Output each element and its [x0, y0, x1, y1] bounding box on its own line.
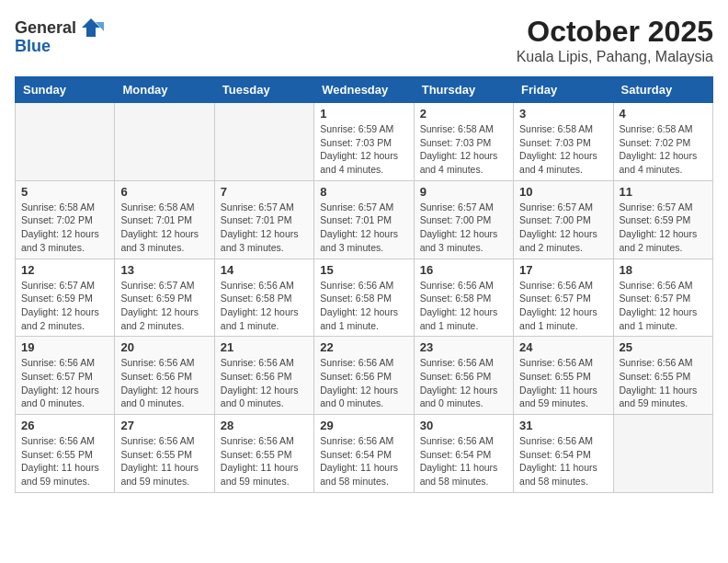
calendar-cell: 13Sunrise: 6:57 AMSunset: 6:59 PMDayligh…	[115, 259, 214, 337]
day-info: Sunrise: 6:56 AMSunset: 6:55 PMDaylight:…	[21, 434, 108, 488]
day-number: 20	[120, 340, 208, 354]
calendar-cell: 17Sunrise: 6:56 AMSunset: 6:57 PMDayligh…	[514, 259, 613, 337]
logo-general-text: General	[15, 18, 76, 38]
day-number: 29	[320, 419, 407, 432]
day-number: 26	[21, 419, 108, 432]
calendar-cell: 30Sunrise: 6:56 AMSunset: 6:54 PMDayligh…	[414, 415, 513, 493]
calendar-cell: 4Sunrise: 6:58 AMSunset: 7:02 PMDaylight…	[613, 103, 712, 181]
page-header: General Blue October 2025 Kuala Lipis, P…	[15, 15, 713, 65]
logo: General Blue	[15, 15, 104, 56]
day-info: Sunrise: 6:56 AMSunset: 6:56 PMDaylight:…	[120, 356, 208, 410]
day-info: Sunrise: 6:57 AMSunset: 6:59 PMDaylight:…	[21, 279, 108, 333]
calendar-cell: 18Sunrise: 6:56 AMSunset: 6:57 PMDayligh…	[613, 259, 712, 337]
calendar-week-row: 26Sunrise: 6:56 AMSunset: 6:55 PMDayligh…	[16, 415, 713, 493]
day-info: Sunrise: 6:58 AMSunset: 7:02 PMDaylight:…	[620, 122, 707, 177]
calendar-week-row: 5Sunrise: 6:58 AMSunset: 7:02 PMDaylight…	[16, 180, 713, 259]
day-number: 5	[21, 185, 108, 199]
day-info: Sunrise: 6:56 AMSunset: 6:55 PMDaylight:…	[519, 356, 607, 410]
day-number: 19	[21, 340, 108, 354]
calendar-cell: 29Sunrise: 6:56 AMSunset: 6:54 PMDayligh…	[314, 415, 414, 493]
calendar-cell: 21Sunrise: 6:56 AMSunset: 6:56 PMDayligh…	[214, 337, 313, 415]
weekday-header-tuesday: Tuesday	[214, 77, 313, 103]
calendar-cell: 12Sunrise: 6:57 AMSunset: 6:59 PMDayligh…	[16, 259, 115, 337]
svg-marker-0	[82, 18, 100, 37]
day-number: 2	[420, 107, 507, 121]
day-number: 28	[221, 419, 308, 432]
logo-blue-text: Blue	[15, 37, 51, 56]
weekday-header-saturday: Saturday	[613, 77, 712, 103]
calendar-cell: 9Sunrise: 6:57 AMSunset: 7:00 PMDaylight…	[414, 180, 513, 259]
day-info: Sunrise: 6:56 AMSunset: 6:58 PMDaylight:…	[221, 279, 308, 333]
day-number: 30	[420, 419, 507, 432]
day-number: 10	[519, 185, 607, 199]
page-subtitle: Kuala Lipis, Pahang, Malaysia	[517, 49, 713, 65]
day-info: Sunrise: 6:57 AMSunset: 6:59 PMDaylight:…	[120, 279, 208, 333]
calendar-cell: 20Sunrise: 6:56 AMSunset: 6:56 PMDayligh…	[115, 337, 214, 415]
title-block: October 2025 Kuala Lipis, Pahang, Malays…	[517, 15, 713, 65]
day-info: Sunrise: 6:56 AMSunset: 6:56 PMDaylight:…	[221, 356, 308, 410]
weekday-header-monday: Monday	[115, 77, 214, 103]
day-info: Sunrise: 6:56 AMSunset: 6:55 PMDaylight:…	[120, 434, 208, 488]
calendar-week-row: 19Sunrise: 6:56 AMSunset: 6:57 PMDayligh…	[16, 337, 713, 415]
day-info: Sunrise: 6:57 AMSunset: 7:01 PMDaylight:…	[320, 201, 407, 255]
day-info: Sunrise: 6:56 AMSunset: 6:58 PMDaylight:…	[420, 279, 507, 333]
day-number: 25	[620, 340, 707, 354]
calendar-cell: 1Sunrise: 6:59 AMSunset: 7:03 PMDaylight…	[314, 103, 414, 181]
day-number: 31	[519, 419, 607, 432]
day-number: 18	[620, 263, 707, 277]
day-info: Sunrise: 6:58 AMSunset: 7:01 PMDaylight:…	[120, 201, 208, 255]
calendar-cell: 19Sunrise: 6:56 AMSunset: 6:57 PMDayligh…	[16, 337, 115, 415]
day-info: Sunrise: 6:56 AMSunset: 6:58 PMDaylight:…	[320, 279, 407, 333]
calendar-cell: 23Sunrise: 6:56 AMSunset: 6:56 PMDayligh…	[414, 337, 513, 415]
day-info: Sunrise: 6:56 AMSunset: 6:57 PMDaylight:…	[620, 279, 707, 333]
day-number: 9	[420, 185, 507, 199]
day-info: Sunrise: 6:57 AMSunset: 6:59 PMDaylight:…	[620, 201, 707, 255]
calendar-cell: 22Sunrise: 6:56 AMSunset: 6:56 PMDayligh…	[314, 337, 414, 415]
day-info: Sunrise: 6:56 AMSunset: 6:55 PMDaylight:…	[221, 434, 308, 488]
calendar-cell: 25Sunrise: 6:56 AMSunset: 6:55 PMDayligh…	[613, 337, 712, 415]
day-number: 4	[620, 107, 707, 121]
day-info: Sunrise: 6:56 AMSunset: 6:57 PMDaylight:…	[519, 279, 607, 333]
day-number: 15	[320, 263, 407, 277]
day-number: 17	[519, 263, 607, 277]
day-number: 14	[221, 263, 308, 277]
day-info: Sunrise: 6:58 AMSunset: 7:03 PMDaylight:…	[420, 122, 507, 177]
day-number: 12	[21, 263, 108, 277]
day-number: 6	[120, 185, 208, 199]
day-info: Sunrise: 6:58 AMSunset: 7:03 PMDaylight:…	[519, 122, 607, 177]
calendar-cell: 24Sunrise: 6:56 AMSunset: 6:55 PMDayligh…	[514, 337, 613, 415]
calendar-cell: 7Sunrise: 6:57 AMSunset: 7:01 PMDaylight…	[214, 180, 313, 259]
day-number: 3	[519, 107, 607, 121]
page-title: October 2025	[517, 15, 713, 49]
day-info: Sunrise: 6:56 AMSunset: 6:54 PMDaylight:…	[320, 434, 407, 488]
day-number: 24	[519, 340, 607, 354]
day-info: Sunrise: 6:59 AMSunset: 7:03 PMDaylight:…	[320, 122, 407, 177]
calendar-cell: 26Sunrise: 6:56 AMSunset: 6:55 PMDayligh…	[16, 415, 115, 493]
weekday-header-friday: Friday	[514, 77, 613, 103]
day-info: Sunrise: 6:56 AMSunset: 6:54 PMDaylight:…	[420, 434, 507, 488]
calendar-cell: 6Sunrise: 6:58 AMSunset: 7:01 PMDaylight…	[115, 180, 214, 259]
day-number: 13	[120, 263, 208, 277]
weekday-header-thursday: Thursday	[414, 77, 513, 103]
day-number: 27	[120, 419, 208, 432]
day-info: Sunrise: 6:56 AMSunset: 6:57 PMDaylight:…	[21, 356, 108, 410]
day-info: Sunrise: 6:57 AMSunset: 7:00 PMDaylight:…	[420, 201, 507, 255]
day-info: Sunrise: 6:58 AMSunset: 7:02 PMDaylight:…	[21, 201, 108, 255]
day-number: 7	[221, 185, 308, 199]
day-info: Sunrise: 6:57 AMSunset: 7:00 PMDaylight:…	[519, 201, 607, 255]
day-info: Sunrise: 6:56 AMSunset: 6:54 PMDaylight:…	[519, 434, 607, 488]
calendar-cell: 16Sunrise: 6:56 AMSunset: 6:58 PMDayligh…	[414, 259, 513, 337]
calendar-week-row: 1Sunrise: 6:59 AMSunset: 7:03 PMDaylight…	[16, 103, 713, 181]
day-number: 22	[320, 340, 407, 354]
day-number: 11	[620, 185, 707, 199]
calendar-cell: 3Sunrise: 6:58 AMSunset: 7:03 PMDaylight…	[514, 103, 613, 181]
day-info: Sunrise: 6:57 AMSunset: 7:01 PMDaylight:…	[221, 201, 308, 255]
calendar-week-row: 12Sunrise: 6:57 AMSunset: 6:59 PMDayligh…	[16, 259, 713, 337]
logo-icon	[78, 15, 104, 40]
calendar-cell: 2Sunrise: 6:58 AMSunset: 7:03 PMDaylight…	[414, 103, 513, 181]
calendar-cell: 31Sunrise: 6:56 AMSunset: 6:54 PMDayligh…	[514, 415, 613, 493]
day-number: 21	[221, 340, 308, 354]
day-number: 8	[320, 185, 407, 199]
day-number: 1	[320, 107, 407, 121]
day-info: Sunrise: 6:56 AMSunset: 6:56 PMDaylight:…	[420, 356, 507, 410]
